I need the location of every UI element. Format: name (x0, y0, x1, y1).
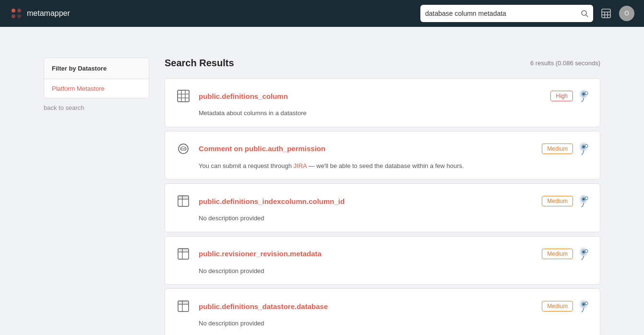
result-card-top-5: public.definitions_datastore.database Me… (175, 298, 590, 315)
search-icon (581, 10, 588, 17)
page-container: Filter by Datastore Platform Metastore b… (34, 38, 610, 335)
column-icon-3 (177, 194, 190, 208)
result-title-row-4: public.revisioner_revision.metadata Medi… (199, 247, 590, 261)
result-icon-comment (175, 140, 192, 157)
column-icon-4 (177, 247, 190, 261)
app-header: metamapper O (0, 0, 644, 27)
svg-point-21 (181, 148, 182, 149)
result-badges-2: Medium (542, 142, 590, 156)
badge-medium-2: Medium (542, 144, 573, 154)
result-card-top-4: public.revisioner_revision.metadata Medi… (175, 245, 590, 263)
svg-point-3 (17, 14, 21, 18)
results-header: Search Results 6 results (0.086 seconds) (165, 58, 600, 69)
badge-medium-4: Medium (542, 249, 573, 259)
header-actions: O (601, 6, 634, 21)
svg-rect-11 (178, 90, 189, 102)
main-content: Search Results 6 results (0.086 seconds)… (165, 58, 600, 335)
result-description-5: No description provided (175, 319, 590, 328)
svg-point-42 (585, 250, 588, 252)
svg-point-50 (585, 302, 588, 305)
result-description-1: Metadata about columns in a datastore (175, 108, 590, 118)
svg-point-18 (585, 92, 588, 95)
postgres-icon-5 (577, 299, 590, 313)
postgres-icon-2 (577, 142, 590, 156)
search-input[interactable] (425, 10, 581, 17)
result-name-2[interactable]: Comment on public.auth_permission (199, 144, 325, 153)
grid-icon (177, 89, 190, 103)
results-title: Search Results (165, 58, 234, 69)
svg-point-43 (583, 251, 585, 253)
svg-point-22 (183, 148, 184, 149)
svg-rect-45 (178, 301, 189, 304)
svg-point-23 (184, 148, 185, 149)
search-bar (420, 5, 593, 22)
results-count: 6 results (0.086 seconds) (530, 60, 600, 67)
svg-point-26 (585, 144, 588, 147)
result-title-row-5: public.definitions_datastore.database Me… (199, 299, 590, 313)
svg-point-2 (12, 14, 15, 18)
postgres-icon-1 (577, 89, 590, 103)
filter-card: Filter by Datastore Platform Metastore (44, 58, 149, 98)
result-name-5[interactable]: public.definitions_datastore.database (199, 302, 328, 311)
comment-icon (177, 142, 190, 156)
result-name-4[interactable]: public.revisioner_revision.metadata (199, 250, 322, 258)
svg-point-34 (585, 197, 588, 200)
result-title-row-2: Comment on public.auth_permission Medium (199, 142, 590, 156)
result-card-2: Comment on public.auth_permission Medium (165, 131, 600, 180)
svg-point-27 (583, 145, 585, 148)
svg-point-0 (12, 9, 15, 12)
badge-high-1: High (550, 91, 573, 101)
result-icon-col-5 (175, 298, 192, 315)
svg-point-19 (583, 93, 585, 96)
filter-header: Filter by Datastore (44, 58, 149, 79)
svg-point-35 (583, 198, 585, 201)
svg-line-5 (586, 15, 588, 17)
result-title-row-1: public.definitions_column High (199, 89, 590, 103)
result-card-top-2: Comment on public.auth_permission Medium (175, 140, 590, 157)
back-to-search-link[interactable]: back to search (44, 104, 149, 111)
result-badges-1: High (550, 89, 590, 103)
result-card-5: public.definitions_datastore.database Me… (165, 288, 600, 335)
result-card-1: public.definitions_column High (165, 78, 600, 127)
result-icon-col-4 (175, 245, 192, 263)
result-badges-3: Medium (542, 194, 590, 208)
result-name-1[interactable]: public.definitions_column (199, 92, 288, 100)
logo-icon (10, 7, 23, 20)
result-name-3[interactable]: public.definitions_indexcolumn.column_id (199, 197, 345, 205)
result-card-top-1: public.definitions_column High (175, 87, 590, 105)
badge-medium-3: Medium (542, 196, 573, 206)
svg-rect-29 (178, 196, 189, 199)
table-icon-button[interactable] (601, 8, 611, 19)
result-badges-4: Medium (542, 247, 590, 261)
postgres-icon-4 (577, 247, 590, 261)
svg-point-1 (17, 9, 21, 12)
jira-link[interactable]: JIRA (294, 162, 307, 169)
result-icon-grid (175, 87, 192, 105)
postgres-icon-3 (577, 194, 590, 208)
logo-text: metamapper (27, 9, 70, 18)
logo-area: metamapper (10, 7, 420, 20)
result-description-2: You can submit a request through JIRA — … (175, 161, 590, 171)
sidebar-item-platform-metastore[interactable]: Platform Metastore (44, 79, 149, 98)
result-card-3: public.definitions_indexcolumn.column_id… (165, 183, 600, 232)
result-icon-col-3 (175, 192, 192, 210)
result-description-4: No description provided (175, 266, 590, 276)
sidebar: Filter by Datastore Platform Metastore b… (44, 58, 149, 335)
search-container (420, 5, 593, 22)
svg-point-51 (583, 303, 585, 306)
result-card-4: public.revisioner_revision.metadata Medi… (165, 236, 600, 285)
search-button[interactable] (581, 10, 588, 17)
svg-rect-37 (178, 249, 189, 252)
badge-medium-5: Medium (542, 301, 573, 311)
result-description-3: No description provided (175, 214, 590, 223)
result-title-row-3: public.definitions_indexcolumn.column_id… (199, 194, 590, 208)
avatar[interactable]: O (619, 6, 634, 21)
svg-rect-6 (602, 9, 610, 18)
result-badges-5: Medium (542, 299, 590, 313)
table-icon (601, 8, 611, 19)
result-card-top-3: public.definitions_indexcolumn.column_id… (175, 192, 590, 210)
column-icon-5 (177, 299, 190, 313)
